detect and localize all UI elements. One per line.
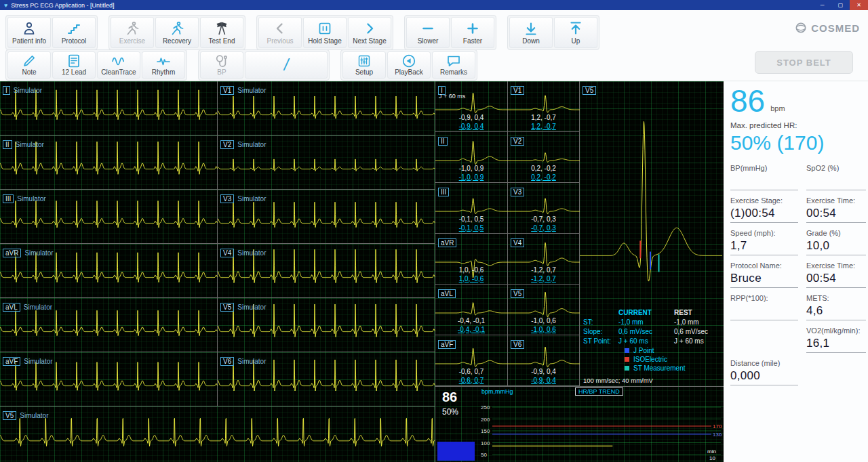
vitals-field-row: RPP(*100):METS:4,6 bbox=[730, 294, 868, 320]
cosmed-logo-icon bbox=[794, 21, 808, 35]
button-label: Test End bbox=[209, 37, 235, 45]
ecg-strip-I: ISimulator bbox=[0, 81, 218, 135]
minimize-button[interactable]: ─ bbox=[813, 0, 831, 10]
st-value-current: -0,9, 0,4 bbox=[508, 377, 579, 385]
cosmed-logo-text: COSMED bbox=[811, 22, 860, 34]
field-label: METS: bbox=[806, 294, 866, 302]
ecg-workspace: ISimulatorIISimulatorIIISimulatoraVRSimu… bbox=[0, 81, 724, 462]
lead-code: V3 bbox=[220, 194, 234, 203]
maximize-button[interactable]: ▢ bbox=[831, 0, 850, 10]
st-row-label: ST: bbox=[583, 318, 618, 326]
st-values: 1,0, -0,61,0, -0,6 bbox=[435, 266, 507, 283]
event-marker-button[interactable]: / bbox=[245, 51, 328, 79]
st-row-current: J + 60 ms bbox=[618, 337, 674, 345]
st-row-rest: 0,6 mV/sec bbox=[674, 328, 719, 335]
next-stage-button[interactable]: Next Stage bbox=[348, 17, 391, 48]
note-button[interactable]: Note bbox=[7, 51, 51, 79]
button-label: Patient info bbox=[12, 37, 46, 45]
table-corner bbox=[583, 309, 618, 316]
heart-rate-display: 86 bpm bbox=[730, 85, 868, 117]
exercise-button[interactable]: Exercise bbox=[111, 17, 154, 48]
toolbar2-group-2: BP/ bbox=[198, 49, 330, 81]
field-value: Bruce bbox=[730, 272, 798, 288]
button-label: Setup bbox=[355, 68, 373, 76]
st-value-current: 1,0, -0,6 bbox=[435, 275, 507, 284]
previous-button[interactable]: Previous bbox=[258, 17, 302, 48]
patient-info-button[interactable]: Patient info bbox=[7, 17, 51, 48]
field-label: Distance (mile) bbox=[730, 359, 798, 367]
stop-belt-button[interactable]: STOP BELT bbox=[755, 51, 853, 74]
lead-label: V5Simulator bbox=[220, 300, 266, 312]
remarks-button[interactable]: Remarks bbox=[432, 51, 475, 79]
lead-label: V2 bbox=[511, 134, 524, 146]
bp-button[interactable]: BP bbox=[200, 51, 243, 79]
hold-stage-button[interactable]: Hold Stage bbox=[303, 17, 347, 48]
st-values: -0,1, 0,5-0,1, 0,5 bbox=[435, 215, 507, 232]
button-label: Rhythm bbox=[152, 68, 175, 76]
lead-code: V2 bbox=[220, 140, 234, 149]
lead-label: V1Simulator bbox=[220, 83, 266, 96]
button-label: 12 Lead bbox=[62, 68, 86, 76]
lead-label: V6 bbox=[511, 337, 524, 350]
st-value-rest: -0,9, 0,4 bbox=[435, 114, 507, 123]
st-value-rest: -0,9, 0,4 bbox=[508, 368, 579, 377]
st-values: -0,9, 0,4-0,9, 0,4 bbox=[508, 368, 579, 385]
lead-label: V1 bbox=[511, 83, 524, 96]
field-label: Speed (mph): bbox=[730, 229, 798, 237]
legend-label: ISOElectric bbox=[633, 356, 667, 363]
protocol-button[interactable]: Protocol bbox=[52, 17, 96, 48]
st-value-rest: -0,1, 0,5 bbox=[435, 215, 507, 224]
up-button[interactable]: Up bbox=[554, 17, 597, 48]
down-button[interactable]: Down bbox=[509, 17, 553, 48]
test-end-button[interactable]: Test End bbox=[200, 17, 243, 48]
legend-swatch bbox=[625, 357, 629, 362]
playback-button[interactable]: PlayBack bbox=[387, 51, 431, 79]
cleantrace-button[interactable]: CleanTrace bbox=[97, 51, 140, 79]
lead-code: V5 bbox=[220, 303, 234, 312]
setup-button[interactable]: Setup bbox=[342, 51, 386, 79]
st-value-rest: -1,2, 0,7 bbox=[508, 266, 579, 275]
lead-label: aVLSimulator bbox=[3, 300, 52, 312]
window-title: Stress PC ECG Application - [Untitled] bbox=[11, 2, 813, 9]
field-mets: METS:4,6 bbox=[806, 294, 866, 320]
lead-code: V6 bbox=[220, 357, 234, 366]
svg-text:50: 50 bbox=[481, 452, 487, 458]
ecg-strip-V5: V5Simulator bbox=[218, 298, 435, 352]
legend-swatch bbox=[625, 348, 629, 353]
field-value: 10,0 bbox=[806, 239, 866, 255]
vitals-field-row: BP(mmHg)SpO2 (%) bbox=[730, 164, 868, 190]
field-label: Exercise Stage: bbox=[730, 196, 798, 205]
lead-label: V2Simulator bbox=[220, 138, 266, 150]
12-lead-button[interactable]: 12 Lead bbox=[52, 51, 96, 79]
faster-button[interactable]: Faster bbox=[451, 17, 494, 48]
ecg-strip-III: IIISimulator bbox=[0, 190, 218, 244]
lead-source: Simulator bbox=[237, 195, 266, 203]
st-value-rest: 1,2, -0,7 bbox=[508, 114, 579, 123]
lead-code: aVF bbox=[438, 340, 456, 349]
vitals-panel: 86 bpm Max. predicted HR: 50% (170) BP(m… bbox=[724, 81, 868, 462]
patient-icon bbox=[21, 20, 37, 37]
ecg-strip-V2: V2Simulator bbox=[218, 135, 435, 190]
st-point-label: J + 60 ms bbox=[439, 93, 465, 100]
close-button[interactable]: ✕ bbox=[850, 0, 868, 10]
lead12-icon bbox=[66, 54, 82, 68]
st-value-current: -0,9, 0,4 bbox=[435, 123, 507, 131]
toolbar1-group-1: Patient infoProtocol bbox=[5, 15, 98, 50]
lead-label: aVR bbox=[438, 236, 456, 248]
svg-text:150: 150 bbox=[481, 428, 490, 434]
svg-text:min: min bbox=[707, 448, 716, 455]
playback-icon bbox=[401, 54, 417, 68]
slower-button[interactable]: Slower bbox=[406, 17, 450, 48]
lead-label: aVF bbox=[438, 337, 456, 350]
rhythm-button[interactable]: Rhythm bbox=[142, 51, 185, 79]
ecg-strip-II: IISimulator bbox=[0, 135, 218, 190]
avg-complex-II: II-1,0, 0,9-1,0, 0,9 bbox=[435, 132, 508, 183]
lead-label: IIISimulator bbox=[3, 192, 46, 204]
field-value: 16,1 bbox=[806, 337, 866, 353]
toolbar2-group-3: SetupPlayBackRemarks bbox=[340, 49, 477, 81]
bp-indicator-box bbox=[437, 442, 475, 461]
st-values: 1,2, -0,71,2, -0,7 bbox=[508, 114, 579, 131]
recovery-button[interactable]: Recovery bbox=[155, 17, 199, 48]
lead-code: III bbox=[438, 188, 449, 196]
st-values: -1,0, 0,9-1,0, 0,9 bbox=[435, 165, 507, 182]
